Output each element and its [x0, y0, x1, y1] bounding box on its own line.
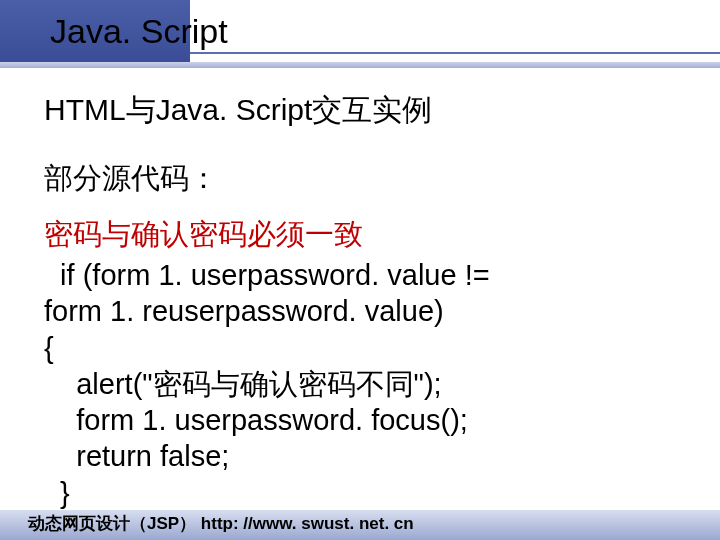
- content-subheading: 部分源代码：: [44, 159, 684, 199]
- slide-title: Java. Script: [50, 12, 228, 51]
- code-block: if (form 1. userpassword. value != form …: [44, 257, 684, 511]
- footer-text: 动态网页设计（JSP） http: //www. swust. net. cn: [28, 512, 414, 535]
- code-line: form 1. reuserpassword. value): [44, 293, 684, 329]
- slide-content: HTML与Java. Script交互实例 部分源代码： 密码与确认密码必须一致…: [0, 70, 720, 511]
- code-line: return false;: [44, 438, 684, 474]
- header-rule-thick: [0, 62, 720, 68]
- code-line: }: [44, 475, 684, 511]
- code-line: {: [44, 330, 684, 366]
- slide-header: Java. Script: [0, 0, 720, 70]
- code-line: alert("密码与确认密码不同");: [44, 366, 684, 402]
- code-line: form 1. userpassword. focus();: [44, 402, 684, 438]
- code-line: if (form 1. userpassword. value !=: [44, 257, 684, 293]
- content-emphasis: 密码与确认密码必须一致: [44, 215, 684, 255]
- slide-footer: 动态网页设计（JSP） http: //www. swust. net. cn: [0, 510, 720, 540]
- content-heading: HTML与Java. Script交互实例: [44, 90, 684, 131]
